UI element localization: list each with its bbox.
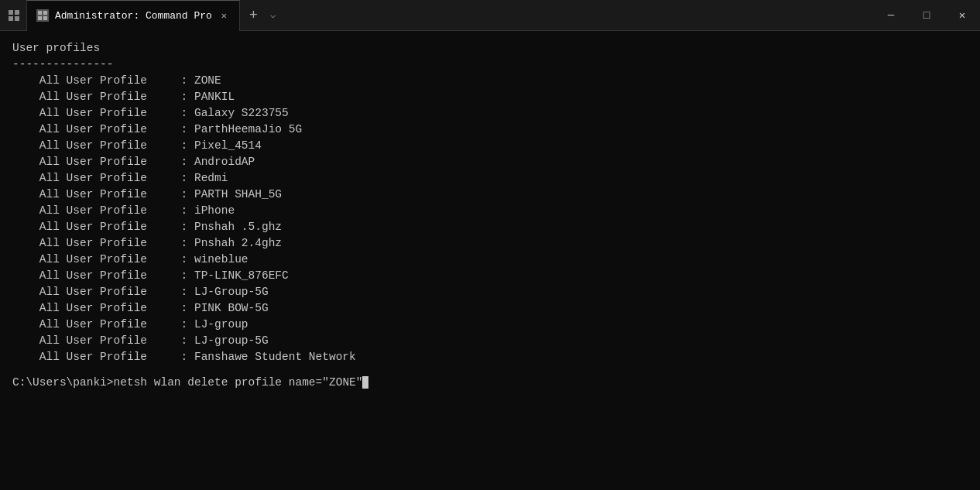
active-tab[interactable]: Administrator: Command Pro ✕ <box>26 0 240 31</box>
tab-dropdown-button[interactable]: ⌵ <box>264 6 282 24</box>
command-text: netsh wlan delete profile name="ZONE" <box>114 376 363 389</box>
svg-rect-7 <box>43 16 47 20</box>
cursor <box>362 376 368 389</box>
terminal-content: User profiles --------------- All User P… <box>0 31 980 490</box>
tab-title: Administrator: Command Pro <box>55 10 212 22</box>
svg-rect-4 <box>38 11 42 15</box>
titlebar-left: Administrator: Command Pro ✕ + ⌵ <box>0 0 873 31</box>
minimize-button[interactable]: ─ <box>873 0 909 31</box>
maximize-button[interactable]: □ <box>909 0 944 31</box>
tab-icon <box>36 9 49 22</box>
svg-rect-2 <box>9 16 13 21</box>
svg-rect-5 <box>43 11 47 15</box>
terminal-output: User profiles --------------- All User P… <box>12 40 968 365</box>
prompt-line: C:\Users\panki>netsh wlan delete profile… <box>12 375 968 391</box>
window-controls: ─ □ ✕ <box>873 0 980 30</box>
svg-rect-3 <box>15 16 19 21</box>
titlebar: Administrator: Command Pro ✕ + ⌵ ─ □ ✕ <box>0 0 980 31</box>
tab-close-button[interactable]: ✕ <box>218 9 230 23</box>
svg-rect-1 <box>15 10 19 15</box>
svg-rect-0 <box>9 10 13 15</box>
close-button[interactable]: ✕ <box>944 0 980 31</box>
svg-rect-6 <box>38 16 42 20</box>
prompt: C:\Users\panki> <box>12 376 114 389</box>
window-icon <box>6 8 22 23</box>
new-tab-button[interactable]: + <box>243 5 264 26</box>
